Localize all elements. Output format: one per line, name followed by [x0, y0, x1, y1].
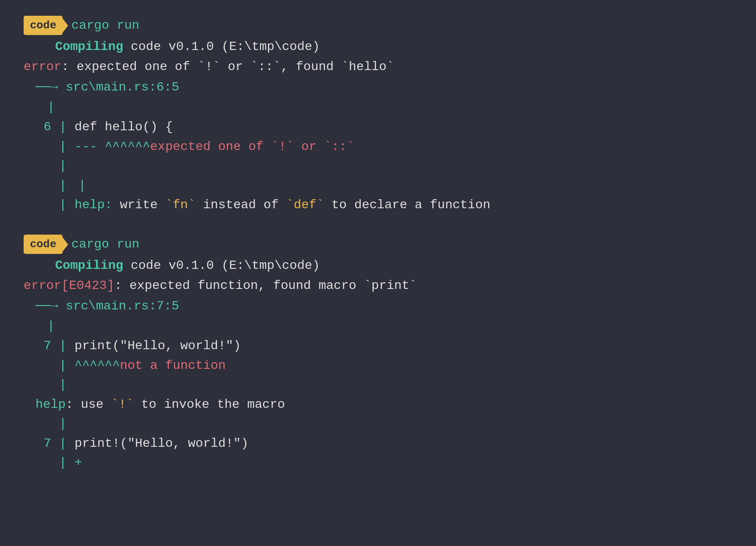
line-num-3: 7 [35, 434, 51, 453]
error-block-2: code cargo run Compiling code v0.1.0 (E:… [24, 235, 713, 473]
compile-rest-2: code v0.1.0 (E:\tmp\code) [123, 258, 320, 273]
inner-pipe-1: | [78, 176, 86, 196]
underline-carets-2: ^^^^^^ [74, 356, 120, 376]
help-instead: instead of [195, 198, 286, 212]
badge-code-2: code [24, 235, 63, 254]
pipe-char-2a: | [47, 319, 55, 333]
pipe-spacer-2a [35, 375, 51, 395]
underline-spacer-2 [35, 356, 51, 376]
pipe-char-1b: | [59, 156, 67, 176]
terminal-container: code cargo run Compiling code v0.1.0 (E:… [24, 16, 713, 492]
plus-spacer [35, 453, 51, 473]
code-line-3: 7 | print!("Hello, world!") [24, 434, 713, 453]
compile-keyword-2: Compiling [55, 258, 123, 273]
pipe-char-under-1: | [59, 137, 67, 157]
pipe-line-1b: | | [24, 176, 713, 196]
help-invoke-text: to invoke the macro [134, 397, 285, 412]
pipe-spacer-1b [35, 176, 51, 196]
pipe-empty-2a: | [24, 316, 713, 336]
pipe-empty-1a: | [24, 98, 713, 117]
code-content-3: print!("Hello, world!") [74, 434, 248, 453]
error-rest-2: : expected function, found macro `print` [114, 278, 417, 293]
underline-dashes-1: --- ^^^^^^ [74, 137, 150, 157]
underline-error-text-2: not a function [120, 356, 226, 376]
pipe-char-code-1: | [59, 117, 67, 137]
error-keyword-2: error[E0423] [24, 278, 114, 293]
pipe-char-under-2: | [59, 356, 67, 376]
pipe-line-2a: | [24, 375, 713, 395]
plus-symbol: + [74, 453, 82, 473]
pipe-char-code-2: | [59, 336, 67, 356]
help-standalone-2: help: use `!` to invoke the macro [24, 395, 713, 415]
underline-line-1: | --- ^^^^^^ expected one of `!` or `::` [24, 137, 713, 157]
help-declare: to declare a function [324, 198, 490, 212]
command-text-2: cargo run [71, 235, 139, 254]
underline-line-2: | ^^^^^^ not a function [24, 356, 713, 376]
pipe-char-code-3: | [59, 434, 67, 453]
code-content-1: def hello() { [74, 117, 173, 137]
pipe-char-plus: | [59, 453, 67, 473]
arrow-sym-2: ──→ src\main.rs:7:5 [35, 299, 179, 313]
pipe-char-2c: | [59, 414, 67, 434]
error-line-2: error[E0423]: expected function, found m… [24, 276, 713, 296]
command-line-2: code cargo run [24, 235, 713, 254]
help-spacer-1 [35, 195, 51, 215]
underline-error-text-1: expected one of `!` or `::` [150, 137, 354, 157]
help-def: `def` [286, 198, 324, 212]
code-content-2: print("Hello, world!") [74, 336, 241, 356]
line-num-2: 7 [35, 336, 51, 356]
help-keyword-2: help [35, 397, 66, 412]
help-write: write [120, 198, 165, 212]
arrow-line-2: ──→ src\main.rs:7:5 [24, 296, 713, 316]
underline-spacer-1 [35, 137, 51, 157]
error-line-1: error: expected one of `!` or `::`, foun… [24, 57, 713, 77]
help-line-1: | help: write `fn` instead of `def` to d… [24, 195, 713, 215]
arrow-sym-1: ──→ src\main.rs:6:5 [35, 80, 179, 94]
pipe-line-2b: | [24, 414, 713, 434]
command-text-1: cargo run [71, 16, 139, 35]
help-use-text: : use [66, 397, 111, 412]
compile-rest-1: code v0.1.0 (E:\tmp\code) [123, 39, 320, 54]
pipe-char-2b: | [59, 375, 67, 395]
error-block-1: code cargo run Compiling code v0.1.0 (E:… [24, 16, 713, 215]
pipe-spacer-2b [35, 414, 51, 434]
line-num-1: 6 [35, 117, 51, 137]
help-text-1: help: write `fn` instead of `def` to dec… [74, 195, 490, 215]
badge-code-1: code [24, 16, 63, 35]
pipe-spacer-1a [35, 156, 51, 176]
help-exclaim: `!` [111, 397, 134, 412]
compile-keyword-1: Compiling [55, 39, 123, 54]
pipe-line-1a: | [24, 156, 713, 176]
pipe-char-help-1: | [59, 195, 67, 215]
compile-line-2: Compiling code v0.1.0 (E:\tmp\code) [24, 256, 713, 276]
arrow-line-1: ──→ src\main.rs:6:5 [24, 78, 713, 97]
code-line-1: 6 | def hello() { [24, 117, 713, 137]
help-fn: `fn` [165, 198, 196, 212]
code-line-2: 7 | print("Hello, world!") [24, 336, 713, 356]
command-line-1: code cargo run [24, 16, 713, 35]
pipe-char-1c: | [59, 176, 67, 196]
compile-line-1: Compiling code v0.1.0 (E:\tmp\code) [24, 37, 713, 57]
pipe-char-1a: | [47, 100, 55, 115]
plus-line: | + [24, 453, 713, 473]
error-rest-1: : expected one of `!` or `::`, found `he… [61, 59, 394, 74]
error-keyword-1: error [24, 59, 61, 74]
